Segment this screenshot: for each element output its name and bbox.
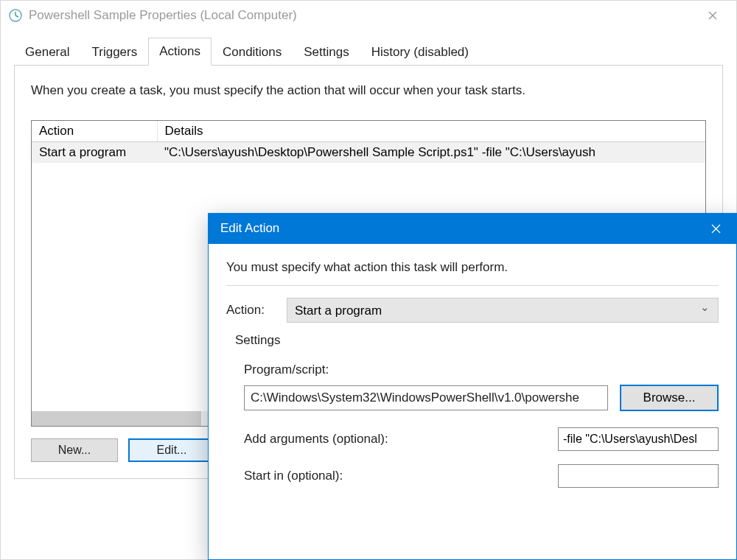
new-button[interactable]: New... <box>31 438 118 462</box>
startin-input[interactable] <box>558 464 719 488</box>
close-button[interactable] <box>696 4 729 27</box>
col-header-details[interactable]: Details <box>157 121 705 142</box>
table-header-row: Action Details <box>32 121 705 142</box>
action-row: Action: Start a program <box>226 298 719 323</box>
action-label: Action: <box>226 303 276 318</box>
tab-history[interactable]: History (disabled) <box>360 38 480 66</box>
browse-button[interactable]: Browse... <box>620 385 719 411</box>
dialog-close-button[interactable] <box>696 213 736 244</box>
col-header-action[interactable]: Action <box>32 121 157 142</box>
window-title: Powershell Sample Properties (Local Comp… <box>29 8 297 23</box>
tab-triggers[interactable]: Triggers <box>80 38 148 66</box>
settings-heading: Settings <box>235 333 719 348</box>
startin-label: Start in (optional): <box>244 469 558 483</box>
dialog-instruction: You must specify what action this task w… <box>226 260 719 275</box>
program-input[interactable] <box>244 385 608 410</box>
dialog-title: Edit Action <box>220 221 279 236</box>
close-icon <box>708 11 717 20</box>
settings-group: Settings Program/script: Browse... Add a… <box>226 333 719 488</box>
tab-conditions[interactable]: Conditions <box>212 38 293 66</box>
tab-strip: General Triggers Actions Conditions Sett… <box>14 38 723 66</box>
action-select[interactable]: Start a program <box>287 298 719 323</box>
scrollbar-thumb[interactable] <box>32 411 201 426</box>
clock-icon <box>8 8 23 23</box>
edit-button[interactable]: Edit... <box>128 438 215 462</box>
cell-action: Start a program <box>32 142 157 164</box>
arguments-input[interactable] <box>558 427 719 451</box>
cell-details: "C:\Users\ayush\Desktop\Powershell Sampl… <box>157 142 705 164</box>
table-row[interactable]: Start a program "C:\Users\ayush\Desktop\… <box>32 142 705 164</box>
tab-settings[interactable]: Settings <box>293 38 360 66</box>
divider <box>226 285 719 286</box>
close-icon <box>711 224 721 234</box>
program-label: Program/script: <box>244 363 719 377</box>
edit-action-dialog: Edit Action You must specify what action… <box>208 213 737 560</box>
arguments-label: Add arguments (optional): <box>244 432 558 447</box>
panel-intro: When you create a task, you must specify… <box>31 83 706 98</box>
tab-actions[interactable]: Actions <box>148 38 212 66</box>
dialog-title-bar: Edit Action <box>209 213 736 244</box>
tab-general[interactable]: General <box>14 38 80 66</box>
title-bar: Powershell Sample Properties (Local Comp… <box>1 1 736 30</box>
dialog-body: You must specify what action this task w… <box>209 244 736 508</box>
